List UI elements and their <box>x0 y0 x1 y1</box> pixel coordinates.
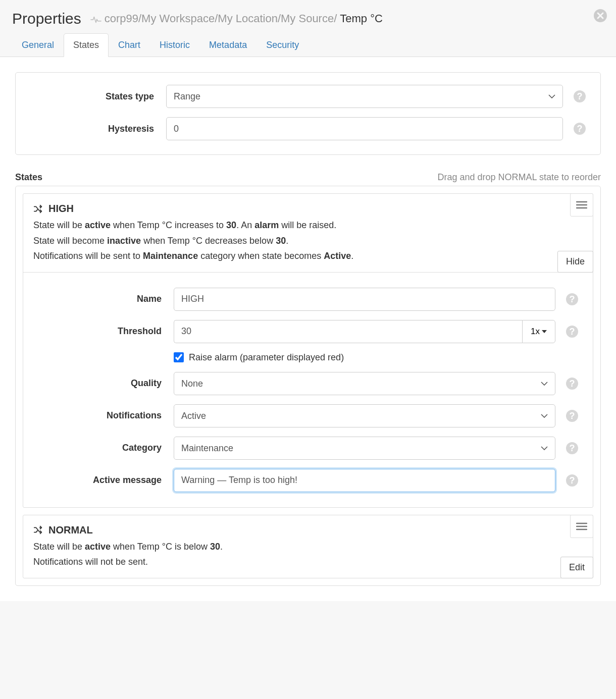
state-title: HIGH <box>48 203 74 214</box>
drag-handle[interactable] <box>570 515 593 538</box>
category-select[interactable]: Maintenance <box>174 437 555 460</box>
breadcrumb-path: corp99/My Workspace/My Location/My Sourc… <box>105 12 337 25</box>
svg-text:?: ? <box>570 294 575 304</box>
notifications-select[interactable]: Active <box>174 404 555 427</box>
help-icon[interactable]: ? <box>573 122 586 135</box>
threshold-input[interactable] <box>174 320 522 343</box>
quality-select[interactable]: None <box>174 372 555 395</box>
shuffle-icon <box>33 525 43 534</box>
tab-states[interactable]: States <box>64 33 109 57</box>
svg-text:?: ? <box>570 411 575 421</box>
caret-down-icon <box>542 330 547 333</box>
hysteresis-label: Hysteresis <box>30 124 166 134</box>
heartbeat-icon <box>90 14 101 23</box>
name-input[interactable] <box>174 288 555 311</box>
svg-text:?: ? <box>570 327 575 337</box>
svg-text:?: ? <box>570 475 575 486</box>
state-description: State will be active when Temp °C increa… <box>33 218 583 264</box>
help-icon[interactable]: ? <box>566 325 579 338</box>
tab-general[interactable]: General <box>12 33 64 57</box>
help-icon[interactable]: ? <box>566 442 579 455</box>
help-icon[interactable]: ? <box>566 474 579 487</box>
threshold-multiplier-button[interactable]: 1x <box>522 320 555 343</box>
shuffle-icon <box>33 204 43 213</box>
hysteresis-input[interactable] <box>166 117 563 140</box>
quality-label: Quality <box>37 378 174 389</box>
help-icon[interactable]: ? <box>566 409 579 422</box>
states-section-hint: Drag and drop NORMAL state to reorder <box>438 172 601 183</box>
breadcrumb-current: Temp °C <box>340 12 383 25</box>
threshold-label: Threshold <box>37 326 174 337</box>
help-icon[interactable]: ? <box>566 377 579 390</box>
config-panel: States type Range ? Hysteresis ? <box>15 72 601 155</box>
breadcrumb: corp99/My Workspace/My Location/My Sourc… <box>90 12 383 25</box>
help-icon[interactable]: ? <box>566 293 579 306</box>
svg-text:?: ? <box>577 124 583 134</box>
state-title: NORMAL <box>48 524 93 536</box>
drag-handle[interactable] <box>570 193 593 217</box>
category-label: Category <box>37 443 174 453</box>
states-list: HIGH State will be active when Temp °C i… <box>15 186 601 586</box>
active-message-input[interactable] <box>174 469 555 492</box>
tabs: General States Chart Historic Metadata S… <box>0 33 616 57</box>
states-type-label: States type <box>30 91 166 102</box>
tab-security[interactable]: Security <box>256 33 309 57</box>
tab-chart[interactable]: Chart <box>109 33 150 57</box>
state-card-normal: NORMAL State will be active when Temp °C… <box>23 515 593 578</box>
page-title: Properties <box>12 10 81 27</box>
svg-text:?: ? <box>570 379 575 389</box>
svg-text:?: ? <box>577 91 583 101</box>
states-section-title: States <box>15 172 42 183</box>
hide-button[interactable]: Hide <box>557 251 593 273</box>
raise-alarm-checkbox-label[interactable]: Raise alarm (parameter displayed red) <box>174 352 344 363</box>
raise-alarm-checkbox[interactable] <box>174 352 184 362</box>
states-type-select[interactable]: Range <box>166 85 563 108</box>
tab-metadata[interactable]: Metadata <box>199 33 256 57</box>
help-icon[interactable]: ? <box>573 90 586 103</box>
svg-text:?: ? <box>570 443 575 453</box>
active-message-label: Active message <box>37 475 174 486</box>
name-label: Name <box>37 294 174 304</box>
tab-historic[interactable]: Historic <box>150 33 199 57</box>
close-button[interactable] <box>593 8 608 23</box>
notifications-label: Notifications <box>37 410 174 421</box>
state-description: State will be active when Temp °C is bel… <box>33 539 583 570</box>
state-card-high: HIGH State will be active when Temp °C i… <box>23 193 593 508</box>
edit-button[interactable]: Edit <box>560 557 593 578</box>
